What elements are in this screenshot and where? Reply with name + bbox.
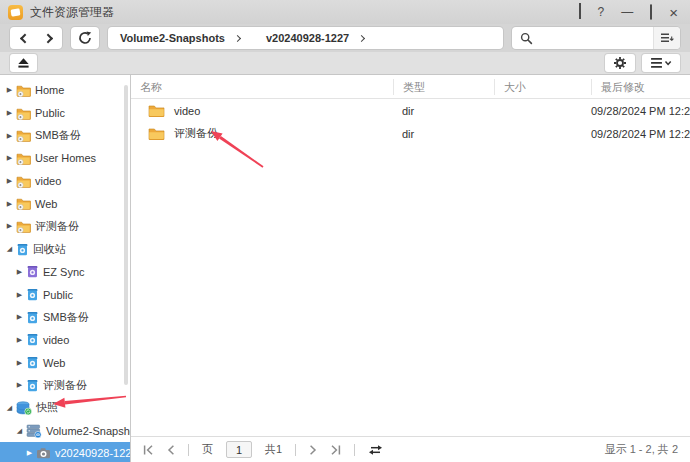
- file-name-cell[interactable]: video: [131, 104, 393, 117]
- caret-collapsed-icon[interactable]: ▶: [4, 109, 15, 117]
- pagination-bar: 页 共1 显示 1 - 2, 共 2: [131, 436, 690, 462]
- first-page-button[interactable]: [143, 445, 154, 455]
- chevron-right-icon[interactable]: [234, 34, 241, 41]
- sidebar-item-label: Web: [43, 357, 65, 369]
- forward-button[interactable]: [36, 27, 62, 49]
- search-icon: [512, 32, 539, 45]
- caret-collapsed-icon[interactable]: ▶: [4, 132, 15, 140]
- sidebar-item-label: 评测备份: [35, 219, 79, 234]
- refresh-button[interactable]: [71, 27, 99, 49]
- caret-collapsed-icon[interactable]: ▶: [4, 86, 15, 94]
- sidebar-item-label: SMB备份: [35, 128, 81, 143]
- sidebar-item-label: Public: [35, 107, 65, 119]
- view-mode-button[interactable]: [642, 54, 680, 72]
- caret-collapsed-icon[interactable]: ▶: [24, 449, 35, 457]
- shared-folder-icon: [16, 197, 31, 210]
- caret-collapsed-icon[interactable]: ▶: [4, 177, 15, 185]
- caret-collapsed-icon[interactable]: ▶: [14, 313, 25, 321]
- prev-page-button[interactable]: [167, 445, 175, 455]
- sidebar-item-smb备份[interactable]: ▶SMB备份: [0, 306, 130, 329]
- sidebar-item-public[interactable]: ▶Public: [0, 283, 130, 306]
- caret-collapsed-icon[interactable]: ▶: [4, 222, 15, 230]
- caret-collapsed-icon[interactable]: ▶: [14, 291, 25, 299]
- close-icon[interactable]: ×: [669, 5, 678, 20]
- sidebar-item-label: SMB备份: [43, 310, 89, 325]
- sidebar-item-v20240928-1227[interactable]: ▶v20240928-1227: [0, 442, 130, 462]
- page-total-label: 共1: [265, 442, 282, 457]
- sidebar-item-label: EZ Sync: [43, 266, 85, 278]
- caret-expanded-icon[interactable]: ◢: [4, 245, 15, 253]
- sidebar-item-public[interactable]: ▶Public: [0, 102, 130, 125]
- shared-folder-icon: [16, 220, 31, 233]
- eject-button[interactable]: [10, 54, 37, 72]
- breadcrumb: Volume2-Snapshotsv20240928-1227: [108, 27, 503, 49]
- sidebar-item-home[interactable]: ▶Home: [0, 79, 130, 102]
- column-header-size[interactable]: 大小: [494, 79, 591, 95]
- history-nav: [10, 27, 62, 49]
- window-title: 文件资源管理器: [30, 4, 114, 21]
- sidebar-item-web[interactable]: ▶Web: [0, 192, 130, 215]
- next-page-button[interactable]: [309, 445, 317, 455]
- caret-collapsed-icon[interactable]: ▶: [14, 268, 25, 276]
- table-row[interactable]: videodir09/28/2024 PM 12:26: [131, 99, 690, 122]
- app-icon: [8, 5, 23, 20]
- navigation-toolbar: Volume2-Snapshotsv20240928-1227: [0, 24, 690, 52]
- search-options-button[interactable]: [653, 27, 680, 49]
- recycle-bin-icon: [26, 333, 39, 346]
- maximize-icon[interactable]: [650, 6, 652, 18]
- breadcrumb-item[interactable]: v20240928-1227: [266, 32, 349, 44]
- sync-icon: [368, 444, 383, 456]
- window-controls: ? — ×: [579, 5, 682, 20]
- breadcrumb-item[interactable]: Volume2-Snapshots: [120, 32, 225, 44]
- last-page-button[interactable]: [330, 445, 341, 455]
- snapshot-icon: [16, 401, 32, 415]
- sidebar-item-label: Home: [35, 84, 64, 96]
- settings-button[interactable]: [605, 54, 635, 72]
- sidebar-item-评测备份[interactable]: ▶评测备份: [0, 374, 130, 397]
- caret-collapsed-icon[interactable]: ▶: [4, 154, 15, 162]
- sidebar-item-video[interactable]: ▶video: [0, 170, 130, 193]
- caret-collapsed-icon[interactable]: ▶: [4, 200, 15, 208]
- sidebar-item-video[interactable]: ▶video: [0, 329, 130, 352]
- content-area: ▶Home▶Public▶SMB备份▶User Homes▶video▶Web▶…: [0, 75, 690, 462]
- file-name-cell[interactable]: 评测备份: [131, 126, 393, 141]
- sidebar-item-volume2-snapshots[interactable]: ◢Volume2-Snapshots: [0, 419, 130, 442]
- column-header-name[interactable]: 名称: [131, 79, 393, 95]
- sidebar-item-回收站[interactable]: ◢回收站: [0, 238, 130, 261]
- help-icon[interactable]: ?: [598, 6, 605, 18]
- sidebar-item-label: 回收站: [33, 242, 66, 257]
- caret-expanded-icon[interactable]: ◢: [14, 427, 25, 435]
- action-toolbar: [0, 52, 690, 75]
- folder-tree-sidebar: ▶Home▶Public▶SMB备份▶User Homes▶video▶Web▶…: [0, 75, 131, 462]
- sidebar-item-评测备份[interactable]: ▶评测备份: [0, 215, 130, 238]
- column-header-modified[interactable]: 最后修改: [591, 79, 690, 95]
- items-summary: 显示 1 - 2, 共 2: [605, 442, 678, 457]
- reload-list-button[interactable]: [368, 444, 383, 456]
- chevron-right-icon[interactable]: [358, 34, 365, 41]
- sidebar-scrollbar[interactable]: [124, 85, 128, 385]
- table-row[interactable]: 评测备份dir09/28/2024 PM 12:26: [131, 122, 690, 145]
- sidebar-item-web[interactable]: ▶Web: [0, 351, 130, 374]
- sidebar-item-label: Public: [43, 289, 73, 301]
- page-label: 页: [202, 442, 213, 457]
- back-button[interactable]: [10, 27, 36, 49]
- sidebar-item-快照[interactable]: ◢快照: [0, 397, 130, 420]
- caret-collapsed-icon[interactable]: ▶: [14, 381, 25, 389]
- sidebar-item-ez-sync[interactable]: ▶EZ Sync: [0, 261, 130, 284]
- caret-expanded-icon[interactable]: ◢: [4, 404, 15, 412]
- refresh-icon: [78, 31, 92, 45]
- sidebar-item-user-homes[interactable]: ▶User Homes: [0, 147, 130, 170]
- search-input[interactable]: [539, 29, 653, 47]
- file-modified-cell: 09/28/2024 PM 12:26: [591, 105, 690, 117]
- collapse-window-icon[interactable]: [579, 6, 581, 18]
- page-number-input[interactable]: [226, 441, 252, 458]
- recycle-bin-icon: [26, 356, 39, 369]
- table-header: 名称 类型 大小 最后修改: [131, 75, 690, 99]
- sidebar-item-smb备份[interactable]: ▶SMB备份: [0, 124, 130, 147]
- eject-icon: [17, 57, 30, 69]
- caret-collapsed-icon[interactable]: ▶: [14, 336, 25, 344]
- column-header-type[interactable]: 类型: [393, 79, 494, 95]
- caret-collapsed-icon[interactable]: ▶: [14, 359, 25, 367]
- file-name-label: video: [174, 105, 200, 117]
- minimize-icon[interactable]: —: [621, 6, 633, 18]
